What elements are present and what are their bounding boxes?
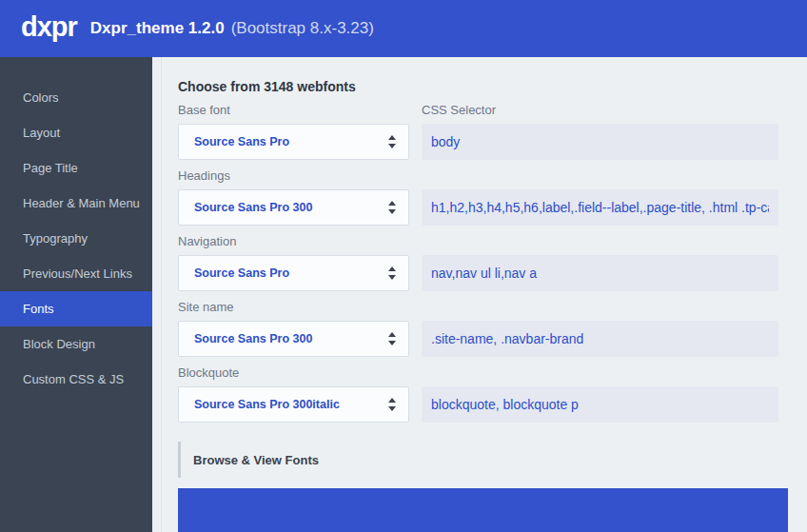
- sidebar-item-page-title[interactable]: Page Title: [0, 150, 152, 186]
- blockquote-font-select-value: Source Sans Pro 300italic: [194, 398, 388, 411]
- navigation-selector-input[interactable]: [422, 255, 778, 291]
- sidebar-item-typography[interactable]: Typography: [0, 221, 152, 256]
- browse-view-fonts-toggle[interactable]: Browse & View Fonts: [178, 442, 778, 478]
- site-name-font-select-value: Source Sans Pro 300: [194, 332, 388, 345]
- headings-label: Headings: [178, 168, 230, 184]
- theme-settings-page: dxpr Dxpr_theme 1.2.0 (Bootstrap 8.x-3.2…: [0, 0, 807, 532]
- sidebar-item-layout[interactable]: Layout: [0, 115, 152, 150]
- blockquote-font-select[interactable]: Source Sans Pro 300italic: [178, 386, 409, 423]
- blockquote-selector-input[interactable]: [422, 386, 778, 423]
- headings-font-select-value: Source Sans Pro 300: [194, 201, 388, 214]
- webfonts-heading: Choose from 3148 webfonts: [178, 80, 778, 94]
- base-font-selector-input[interactable]: [422, 124, 778, 160]
- sidebar-item-custom-css-js[interactable]: Custom CSS & JS: [0, 362, 152, 397]
- site-name-font-select[interactable]: Source Sans Pro 300: [178, 321, 409, 357]
- css-selector-column-label: CSS Selector: [422, 103, 496, 118]
- sidebar-item-fonts[interactable]: Fonts: [0, 291, 152, 326]
- select-arrows-icon: [388, 332, 397, 345]
- sidebar-item-header-main-menu[interactable]: Header & Main Menu: [0, 186, 152, 221]
- headings-selector-input[interactable]: [422, 189, 778, 226]
- base-font-select-value: Source Sans Pro: [194, 135, 388, 148]
- save-button[interactable]: [178, 488, 788, 532]
- sidebar-item-block-design[interactable]: Block Design: [0, 326, 152, 362]
- select-arrows-icon: [388, 398, 397, 411]
- sidebar-item-colors[interactable]: Colors: [0, 80, 152, 115]
- page-title: Dxpr_theme 1.2.0: [90, 19, 225, 38]
- navigation-font-select-value: Source Sans Pro: [194, 266, 388, 280]
- base-font-select[interactable]: Source Sans Pro: [178, 124, 409, 160]
- page-subtitle: (Bootstrap 8.x-3.23): [231, 19, 374, 38]
- site-name-selector-input[interactable]: [422, 321, 778, 357]
- navigation-label: Navigation: [178, 234, 236, 249]
- select-arrows-icon: [388, 266, 397, 280]
- browse-view-fonts-label: Browse & View Fonts: [193, 453, 319, 467]
- settings-sidebar: Colors Layout Page Title Header & Main M…: [0, 57, 152, 532]
- app-header: dxpr Dxpr_theme 1.2.0 (Bootstrap 8.x-3.2…: [0, 0, 807, 57]
- dxpr-logo: dxpr: [21, 13, 77, 44]
- base-font-label: Base font: [178, 103, 422, 118]
- panel-divider: [161, 57, 162, 532]
- fonts-settings-panel: Choose from 3148 webfonts Base font CSS …: [152, 57, 807, 532]
- headings-font-select[interactable]: Source Sans Pro 300: [178, 189, 409, 226]
- navigation-font-select[interactable]: Source Sans Pro: [178, 255, 409, 291]
- select-arrows-icon: [388, 201, 397, 214]
- site-name-label: Site name: [178, 300, 234, 315]
- blockquote-label: Blockquote: [178, 365, 239, 381]
- select-arrows-icon: [388, 135, 397, 148]
- sidebar-item-previous-next-links[interactable]: Previous/Next Links: [0, 256, 152, 291]
